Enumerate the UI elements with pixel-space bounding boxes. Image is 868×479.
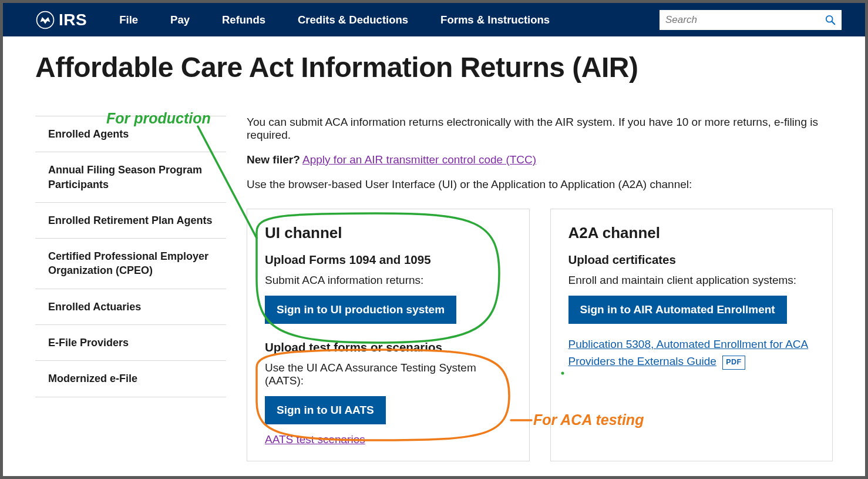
annotation-production: For production: [106, 110, 211, 127]
annotation-testing: For ACA testing: [533, 411, 644, 428]
ui-channel-card: UI channel Upload Forms 1094 and 1095 Su…: [247, 209, 530, 461]
nav-file[interactable]: File: [119, 14, 138, 26]
nav-refunds[interactable]: Refunds: [222, 14, 265, 26]
brand-text: IRS: [59, 11, 87, 29]
search-icon[interactable]: [825, 15, 836, 25]
sign-in-automated-enrollment-button[interactable]: Sign in to AIR Automated Enrollment: [568, 296, 787, 324]
irs-eagle-icon: [35, 10, 55, 30]
ui-upload-forms-heading: Upload Forms 1094 and 1095: [265, 253, 512, 267]
sidebar-item-mef[interactable]: Modernized e-File: [35, 361, 226, 397]
pdf-badge: PDF: [722, 356, 745, 369]
ui-upload-desc: Submit ACA information returns:: [265, 274, 512, 287]
search-box[interactable]: [660, 10, 842, 30]
aats-scenarios-link[interactable]: AATS test scenarios: [265, 433, 365, 446]
main-content: You can submit ACA information returns e…: [247, 116, 833, 461]
page-title: Affordable Care Act Information Returns …: [35, 51, 833, 83]
new-filer-line: New filer? Apply for an AIR transmitter …: [247, 153, 833, 166]
sidebar-item-cpeo[interactable]: Certified Professional Employer Organiza…: [35, 239, 226, 289]
intro-text: You can submit ACA information returns e…: [247, 116, 833, 142]
sidebar-item-erpa[interactable]: Enrolled Retirement Plan Agents: [35, 203, 226, 239]
nav-forms[interactable]: Forms & Instructions: [440, 14, 550, 26]
sign-in-production-button[interactable]: Sign in to UI production system: [265, 296, 456, 324]
sign-in-aats-button[interactable]: Sign in to UI AATS: [265, 396, 386, 424]
sidebar-item-actuaries[interactable]: Enrolled Actuaries: [35, 289, 226, 325]
ui-test-desc: Use the UI ACA Assurance Testing System …: [265, 361, 512, 387]
a2a-heading: A2A channel: [568, 224, 815, 242]
svg-line-2: [832, 21, 835, 24]
ui-channel-heading: UI channel: [265, 224, 512, 242]
choose-line: Use the browser-based User Interface (UI…: [247, 178, 833, 191]
nav-pay[interactable]: Pay: [170, 14, 190, 26]
new-filer-label: New filer?: [247, 153, 300, 166]
nav-credits[interactable]: Credits & Deductions: [298, 14, 408, 26]
ui-test-heading: Upload test forms or scenarios: [265, 340, 512, 354]
irs-logo[interactable]: IRS: [35, 10, 87, 30]
new-filer-link[interactable]: Apply for an AIR transmitter control cod…: [302, 153, 536, 166]
sidebar-item-efile[interactable]: E-File Providers: [35, 325, 226, 361]
sidebar: Enrolled Agents Annual Filing Season Pro…: [35, 116, 226, 461]
a2a-cert-heading: Upload certificates: [568, 253, 815, 267]
top-nav: IRS File Pay Refunds Credits & Deduction…: [3, 3, 865, 36]
a2a-cert-desc: Enroll and maintain client application s…: [568, 274, 815, 287]
sidebar-item-afsp[interactable]: Annual Filing Season Program Participant…: [35, 152, 226, 203]
publication-5308-link[interactable]: Publication 5308, Automated Enrollment f…: [568, 338, 809, 367]
search-input[interactable]: [665, 14, 825, 26]
